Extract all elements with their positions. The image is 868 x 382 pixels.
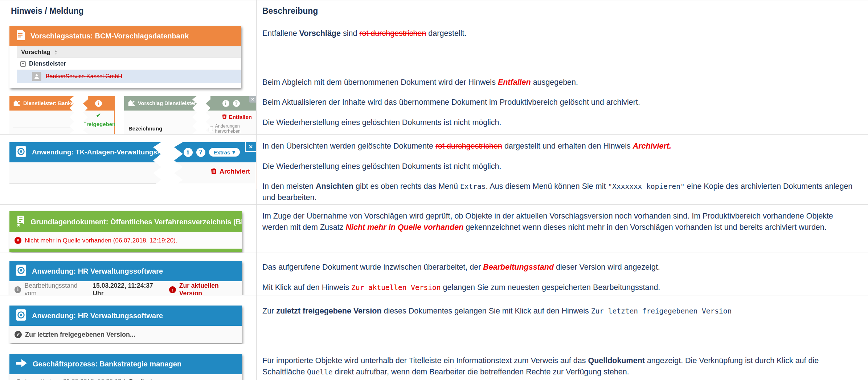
text-segment: Die Wiederherstellung eines gelöschten D… (262, 162, 501, 171)
panel-title: Anwendung: HR Verwaltungssoftware (32, 312, 163, 320)
cloud-download-icon (15, 378, 22, 381)
text-segment: Vorschläge (299, 29, 341, 38)
text-segment: Das aufgerufene Dokument wurde inzwische… (262, 263, 483, 271)
hinweis-cell: Geschäftsprozess: Bankstrategie managen … (0, 344, 257, 380)
application-icon (16, 309, 26, 323)
panel-title: Anwendung: HR Verwaltungssoftware (32, 267, 163, 275)
text-segment: sind (341, 29, 359, 38)
info-icon: i (15, 286, 21, 293)
panel-title: Geschäftsprozess: Bankstrategie managen (33, 360, 181, 368)
tree-node-dienstleister[interactable]: − Dienstleister (17, 58, 241, 70)
vorschlag-card-fragment: Vorschlag Dienstleister: BankenS Bezeich… (124, 96, 197, 134)
text-segment: direkt aufrufbar, wenn dem Bearbeiter di… (333, 368, 629, 376)
error-circle-icon: ✕ (15, 237, 21, 244)
text-segment: In den meisten (262, 182, 316, 191)
panel-title: Vorschlagsstatus: BCM-Vorschlagsdatenban… (30, 32, 189, 40)
text-segment: Zur aktuellen Version (351, 283, 441, 292)
text-segment: Ansichten (316, 182, 353, 191)
text-segment: zuletzt freigegebene Version (276, 307, 381, 315)
text-segment: In den Übersichten werden gelöschte Doku… (262, 142, 435, 150)
anwendung-panel-fragment: Anwendung: TK-Anlagen-Verwaltungssoftwar… (9, 142, 161, 189)
beschreibung-cell: Für importierte Objekte wird unterhalb d… (257, 344, 868, 380)
text-segment: . Aus diesem Menü können Sie mit (486, 182, 608, 191)
anwendung-hr-panel: Anwendung: HR Verwaltungssoftware i Bear… (9, 261, 242, 295)
mini-card-title: Vorschlag Dienstleister: BankenS (138, 100, 197, 106)
vorschlagsstatus-panel: Vorschlagsstatus: BCM-Vorschlagsdatenban… (9, 26, 241, 88)
field-label: Bezeichnung (128, 125, 162, 132)
text-segment: Quelldokument (588, 356, 644, 365)
grundlagendokument-panel: Grundlagendokument: Öffentliches Verfahr… (9, 211, 242, 252)
tree-node-label: Dienstleister (29, 60, 66, 67)
mini-card-title: Dienstleister: BankenServic (23, 100, 74, 106)
status-label: Freigegeben (83, 121, 114, 127)
text-segment: dargestellt. (426, 29, 466, 38)
text-segment: Bearbeitungsstand (483, 263, 554, 271)
source-button[interactable]: Quelle (128, 378, 147, 380)
text-segment: dieser Version wird angezeigt. (554, 263, 660, 271)
highlight-changes-checkbox[interactable] (209, 126, 213, 131)
up-arrow-icon: ↑ (169, 286, 176, 293)
text-segment: Archiviert. (633, 142, 671, 150)
description-paragraph: Entfallene Vorschläge sind rot durchgest… (262, 28, 859, 39)
text-segment: Mit Klick auf den Hinweis (262, 283, 351, 292)
tree-node-bankenservice[interactable]: BankenService Kassel GmbH (17, 70, 241, 83)
close-icon[interactable]: ✕ (249, 96, 256, 103)
table-row: Anwendung: HR Verwaltungssoftware i Bear… (0, 253, 868, 295)
info-icon[interactable]: i (184, 148, 193, 157)
table-header-row: Hinweis / Meldung Beschreibung (0, 0, 868, 22)
arrow-right-icon (16, 359, 27, 369)
trash-icon (211, 167, 217, 176)
text-segment: gelangen Sie zum neuesten gespeicherten … (441, 283, 660, 292)
close-icon[interactable]: ✕ (245, 142, 256, 152)
status-label: Entfallen (229, 114, 252, 120)
application-icon (16, 145, 26, 159)
text-segment: Extras (460, 182, 486, 191)
released-version-link[interactable]: Zur letzten freigegebenen Version... (25, 331, 135, 339)
description-paragraph: Die Wiederherstellung eines gelöschten D… (262, 117, 859, 128)
geschaeftsprozess-panel: Geschäftsprozess: Bankstrategie managen … (9, 354, 242, 380)
table-row: Anwendung: TK-Anlagen-Verwaltungssoftwar… (0, 135, 868, 205)
trash-icon (222, 113, 227, 120)
text-segment: rot durchgestrichen (359, 29, 426, 38)
panel-header: Vorschlagsstatus: BCM-Vorschlagsdatenban… (9, 26, 241, 46)
check-circle-icon: ✔ (15, 331, 22, 338)
question-icon[interactable]: ? (196, 148, 205, 157)
dienstleister-icon (128, 100, 135, 107)
application-icon (16, 264, 26, 278)
description-paragraph: Zur zuletzt freigegebene Version dieses … (262, 306, 859, 317)
description-paragraph: Das aufgerufene Dokument wurde inzwische… (262, 262, 859, 273)
tree-empty-row (17, 83, 241, 88)
dienstleister-card-fragment: Dienstleister: BankenServic (9, 96, 74, 134)
column-header-hinweis: Hinweis / Meldung (0, 0, 257, 22)
state-date: 15.03.2022, 11:24:37 Uhr (93, 282, 164, 295)
text-segment: Für importierte Objekte wird unterhalb d… (262, 356, 588, 365)
current-version-link[interactable]: Zur aktuellen Version (179, 282, 242, 295)
description-paragraph: Mit Klick auf den Hinweis Zur aktuellen … (262, 282, 859, 293)
info-icon[interactable]: i (95, 100, 102, 107)
panel-toolbar-fragment: i ? Extras ▾ ✕ Archiviert (174, 142, 257, 189)
text-segment: dargestellt und erhalten den Hinweis (502, 142, 633, 150)
description-paragraph: In den meisten Ansichten gibt es oben re… (262, 181, 859, 203)
entfallen-card-fragment: i ? ✕ Entfallen Änderunge (206, 96, 256, 134)
text-segment: dieses Dokumentes gelangen Sie mit Klick… (382, 307, 591, 315)
panel-footer-strip (9, 249, 242, 252)
extras-menu-button[interactable]: Extras ▾ (209, 148, 240, 157)
table-row: Grundlagendokument: Öffentliches Verfahr… (0, 205, 868, 253)
import-suffix: ). (151, 378, 154, 380)
text-segment: rot durchgestrichen (435, 142, 502, 150)
tree-column-header[interactable]: Vorschlag ▲ ▼ (17, 46, 241, 58)
collapse-icon[interactable]: − (20, 61, 26, 67)
info-icon[interactable]: i (222, 100, 229, 107)
sort-icon[interactable]: ▲ ▼ (54, 50, 58, 55)
question-icon[interactable]: ? (233, 100, 240, 107)
text-segment: Zur letzten freigegebenen Version (591, 307, 732, 315)
provider-icon (32, 72, 41, 81)
table-row: Geschäftsprozess: Bankstrategie managen … (0, 344, 868, 380)
description-paragraph: Beim Abgleich mit dem übernommenen Dokum… (262, 77, 859, 88)
panel-title: Anwendung: TK-Anlagen-Verwaltungssoftwar… (32, 148, 161, 156)
beschreibung-cell: In den Übersichten werden gelöschte Doku… (257, 135, 868, 204)
mini-cards-row: Dienstleister: BankenServic i ✔ Freigege… (9, 96, 256, 134)
column-label: Vorschlag (21, 49, 50, 56)
description-paragraph: Im Zuge der Übernahme von Vorschlägen wi… (262, 211, 859, 233)
document-icon (16, 30, 25, 42)
